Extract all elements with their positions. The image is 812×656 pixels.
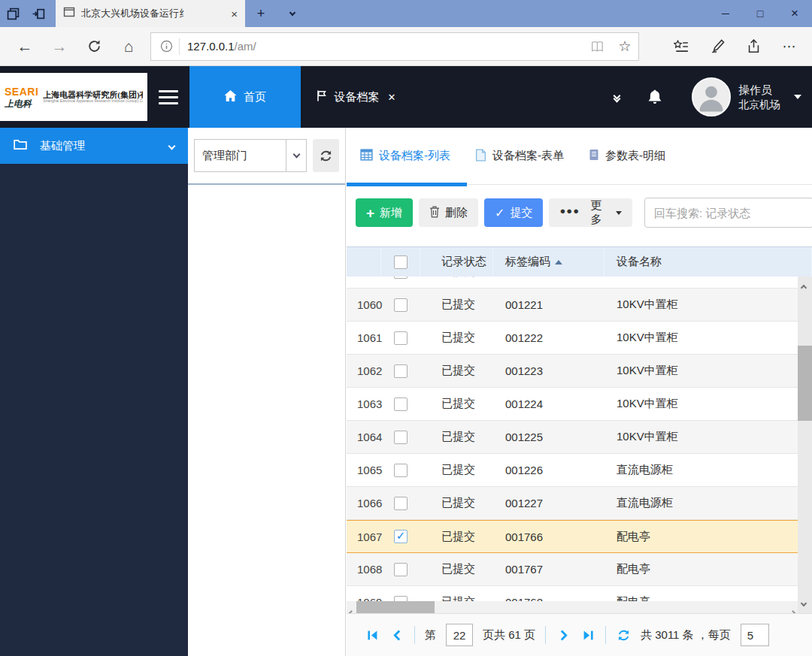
- user-label: 操作员 北京机场: [738, 83, 780, 111]
- row-checkbox-checked[interactable]: [394, 530, 408, 543]
- more-button[interactable]: ●●● 更多: [549, 198, 632, 227]
- page-icon: [475, 149, 486, 164]
- horizontal-scrollbar-thumb[interactable]: [356, 601, 435, 613]
- table-row[interactable]: 1060 已提交 001221 10KV中置柜: [347, 289, 812, 322]
- vertical-scrollbar[interactable]: [798, 277, 812, 613]
- table-row[interactable]: 1061 已提交 001222 10KV中置柜: [347, 322, 812, 355]
- window-maximize-button[interactable]: □: [743, 0, 777, 27]
- row-checkbox[interactable]: [394, 298, 408, 312]
- browser-tab[interactable]: 北京大兴机场设备运行纟 ×: [56, 0, 245, 27]
- reload-icon[interactable]: [77, 32, 111, 62]
- expand-tabs-chevron-icon[interactable]: [614, 93, 620, 101]
- tab-list-chevron-icon[interactable]: [277, 0, 308, 27]
- favorite-star-icon[interactable]: ☆: [611, 38, 638, 55]
- flag-icon: [316, 89, 328, 104]
- select-all-checkbox[interactable]: [394, 255, 408, 269]
- row-checkbox[interactable]: [394, 398, 408, 411]
- row-checkbox[interactable]: [394, 464, 408, 477]
- row-checkbox[interactable]: [394, 431, 408, 444]
- share-icon[interactable]: [735, 32, 771, 62]
- sidebar-item-basic-management[interactable]: 基础管理: [0, 128, 188, 164]
- window-minimize-button[interactable]: ─: [708, 0, 743, 27]
- cell-device-name: 配电亭: [604, 562, 812, 576]
- row-checkbox[interactable]: [394, 563, 408, 576]
- vertical-scrollbar-thumb[interactable]: [798, 346, 812, 421]
- search-input[interactable]: [644, 198, 812, 228]
- submit-button[interactable]: ✓ 提交: [484, 198, 543, 227]
- new-tab-button[interactable]: +: [245, 0, 277, 27]
- tab-parameter-detail[interactable]: 参数表-明细: [589, 149, 665, 163]
- previous-page-icon[interactable]: [389, 630, 404, 641]
- row-number: 1062: [347, 364, 381, 377]
- page-size-input[interactable]: [741, 624, 769, 646]
- scroll-down-icon[interactable]: [801, 595, 806, 609]
- add-button[interactable]: + 新增: [356, 198, 413, 227]
- table-row[interactable]: 1065 已提交 001226 直流电源柜: [347, 454, 812, 487]
- total-records-label: 共 3011 条 ，每页: [641, 628, 731, 642]
- tab-preview-icon[interactable]: [0, 0, 26, 27]
- row-checkbox[interactable]: [394, 364, 408, 378]
- header-tag-code[interactable]: 标签编码: [493, 247, 604, 277]
- table-row[interactable]: 1059 已提交 001220 10KV中置柜: [347, 277, 812, 289]
- reading-view-icon[interactable]: [584, 41, 611, 53]
- first-page-icon[interactable]: [365, 630, 380, 641]
- department-select[interactable]: 管理部门: [194, 139, 307, 172]
- cell-device-name: 10KV中置柜: [604, 364, 812, 378]
- cell-record-status: 已提交: [420, 277, 493, 279]
- scroll-up-icon[interactable]: [801, 280, 806, 293]
- header-record-status[interactable]: 记录状态: [420, 247, 493, 277]
- annotate-pen-icon[interactable]: [699, 32, 735, 62]
- url-host: 127.0.0.1: [187, 40, 235, 53]
- url-bar[interactable]: 127.0.0.1/am/ ☆: [150, 32, 639, 61]
- site-info-icon[interactable]: [160, 40, 173, 53]
- chevron-down-icon: [168, 142, 176, 150]
- department-refresh-button[interactable]: [313, 139, 339, 172]
- table-row[interactable]: 1067 已提交 001766 配电亭: [347, 520, 812, 553]
- logo-company-block: 上海电器科学研究所(集团)有限公司 Shanghai Electrical Ap…: [43, 90, 143, 104]
- nav-tab-home[interactable]: 首页: [189, 66, 301, 128]
- nav-tab-close-icon[interactable]: ✕: [388, 92, 396, 103]
- horizontal-scrollbar[interactable]: [347, 601, 798, 613]
- delete-button[interactable]: 删除: [419, 198, 478, 227]
- tab-label: 设备档案-列表: [379, 149, 450, 163]
- table-row[interactable]: 1069 已提交 001768 配电亭: [347, 586, 812, 602]
- data-grid: 记录状态 标签编码 设备名称 1059 已提交 001220 10KV中置柜 1…: [347, 246, 812, 602]
- row-checkbox[interactable]: [394, 331, 408, 345]
- settings-more-icon[interactable]: ⋯: [771, 32, 807, 62]
- table-row[interactable]: 1066 已提交 001227 直流电源柜: [347, 487, 812, 520]
- last-page-icon[interactable]: [580, 630, 595, 641]
- table-row[interactable]: 1068 已提交 001767 配电亭: [347, 553, 812, 586]
- window-close-button[interactable]: ×: [777, 0, 812, 27]
- cell-device-name: 10KV中置柜: [604, 331, 812, 345]
- menu-hamburger-icon[interactable]: [147, 66, 189, 128]
- back-icon[interactable]: ←: [8, 32, 42, 62]
- notifications-bell-icon[interactable]: [647, 89, 663, 105]
- user-avatar[interactable]: [692, 77, 731, 116]
- row-checkbox[interactable]: [394, 277, 408, 279]
- tab-device-archive-form[interactable]: 设备档案-表单: [475, 149, 564, 164]
- tab-close-icon[interactable]: ×: [231, 8, 238, 20]
- favorites-hub-icon[interactable]: [663, 32, 699, 62]
- home-icon[interactable]: ⌂: [111, 32, 146, 62]
- pagination-separator: [414, 626, 415, 644]
- table-row[interactable]: 1063 已提交 001224 10KV中置柜: [347, 388, 812, 421]
- table-row[interactable]: 1064 已提交 001225 10KV中置柜: [347, 421, 812, 454]
- cell-record-status: 已提交: [420, 496, 493, 510]
- header-device-name[interactable]: 设备名称: [604, 247, 812, 277]
- forward-icon[interactable]: →: [42, 32, 77, 62]
- tab-device-archive-list[interactable]: 设备档案-列表: [360, 149, 450, 163]
- refresh-icon[interactable]: [616, 629, 631, 642]
- nav-tab-device-archive[interactable]: 设备档案 ✕: [301, 66, 411, 128]
- department-select-value: 管理部门: [195, 140, 286, 171]
- page-number-input[interactable]: [446, 624, 473, 646]
- tabs-set-aside-icon[interactable]: [26, 0, 51, 27]
- nav-tab-label: 设备档案: [335, 90, 380, 104]
- row-checkbox[interactable]: [394, 497, 408, 510]
- user-menu-caret-icon[interactable]: [794, 95, 801, 99]
- table-row-clipped: 1059 已提交 001220 10KV中置柜: [347, 277, 812, 289]
- logo-brand-sub-text: 上电科: [5, 99, 32, 108]
- table-row[interactable]: 1062 已提交 001223 10KV中置柜: [347, 355, 812, 388]
- row-number: 1059: [347, 277, 381, 278]
- next-page-icon[interactable]: [556, 630, 571, 641]
- select-chevron-icon[interactable]: [286, 140, 306, 171]
